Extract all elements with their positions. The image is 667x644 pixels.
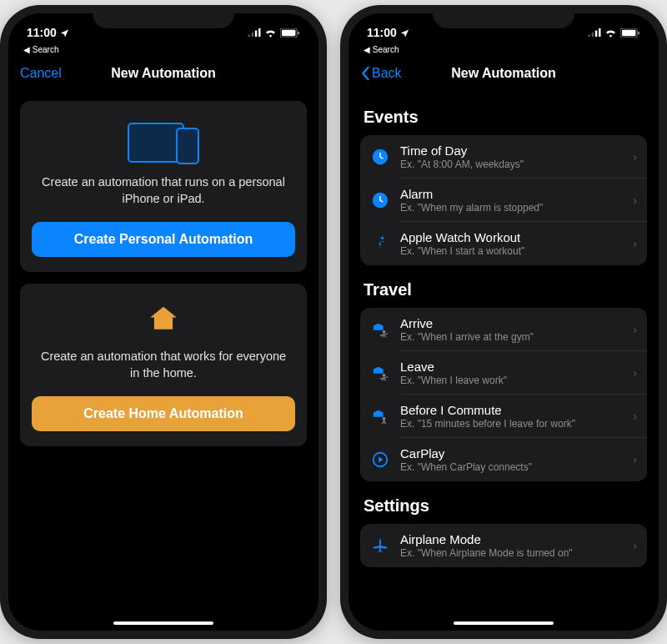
location-icon [60, 28, 69, 38]
breadcrumb-label: Search [373, 45, 399, 54]
row-leave[interactable]: Leave Ex. "When I leave work" › [360, 351, 647, 395]
chevron-right-icon: › [633, 237, 637, 250]
device-frame-left: 11:00 ◀︎ Search [0, 5, 327, 639]
row-arrive[interactable]: Arrive Ex. "When I arrive at the gym" › [360, 308, 647, 351]
chevron-right-icon: › [633, 539, 637, 552]
svg-rect-6 [298, 31, 299, 34]
breadcrumb-label: Search [33, 45, 59, 54]
cellular-icon [588, 28, 601, 37]
alarm-icon [370, 190, 390, 210]
create-home-button[interactable]: Create Home Automation [32, 396, 295, 431]
row-title: CarPlay [400, 446, 623, 460]
svg-rect-3 [258, 28, 261, 37]
chevron-right-icon: › [633, 453, 637, 466]
create-personal-button[interactable]: Create Personal Automation [32, 222, 295, 257]
chevron-left-icon: ◀︎ [364, 45, 370, 54]
back-button[interactable]: Back [360, 66, 402, 81]
row-subtitle: Ex. "When I leave work" [400, 375, 623, 386]
travel-list: Arrive Ex. "When I arrive at the gym" › … [360, 308, 647, 481]
row-airplane[interactable]: Airplane Mode Ex. "When Airplane Mode is… [360, 524, 647, 567]
notch [433, 5, 574, 28]
row-subtitle: Ex. "When CarPlay connects" [400, 461, 623, 473]
row-commute[interactable]: Before I Commute Ex. "15 minutes before … [360, 395, 647, 438]
row-title: Apple Watch Workout [400, 230, 623, 244]
svg-rect-1 [252, 33, 254, 37]
row-title: Airplane Mode [400, 532, 623, 546]
row-subtitle: Ex. "When I start a workout" [400, 245, 623, 257]
svg-rect-10 [599, 28, 601, 37]
commute-icon [370, 406, 390, 426]
svg-rect-2 [255, 31, 258, 38]
section-header-travel: Travel [364, 280, 644, 299]
chevron-right-icon: › [633, 366, 637, 380]
breadcrumb-back[interactable]: ◀︎ Search [8, 45, 318, 54]
notch [93, 5, 234, 28]
svg-point-17 [383, 330, 386, 334]
svg-rect-13 [638, 31, 639, 34]
breadcrumb-back[interactable]: ◀︎ Search [349, 45, 659, 54]
personal-automation-card: Create an automation that runs on a pers… [20, 101, 307, 272]
row-subtitle: Ex. "15 minutes before I leave for work" [400, 418, 623, 430]
row-subtitle: Ex. "When Airplane Mode is turned on" [400, 547, 623, 559]
section-header-events: Events [364, 108, 644, 127]
home-automation-card: Create an automation that works for ever… [20, 284, 307, 446]
row-time-of-day[interactable]: Time of Day Ex. "At 8:00 AM, weekdays" › [360, 135, 647, 179]
device-frame-right: 11:00 ◀︎ Search [340, 5, 667, 639]
leave-icon [370, 363, 390, 383]
battery-icon [620, 28, 640, 38]
cancel-button[interactable]: Cancel [20, 66, 62, 81]
create-personal-label: Create Personal Automation [74, 232, 253, 246]
settings-list: Airplane Mode Ex. "When Airplane Mode is… [360, 524, 647, 567]
wifi-icon [264, 28, 277, 38]
devices-icon [32, 123, 295, 163]
chevron-left-icon: ◀︎ [23, 45, 30, 54]
home-indicator[interactable] [454, 621, 554, 625]
status-time: 11:00 [27, 26, 57, 39]
location-icon [400, 28, 409, 38]
wifi-icon [604, 28, 617, 38]
row-title: Time of Day [400, 143, 623, 158]
chevron-right-icon: › [633, 410, 637, 423]
home-indicator[interactable] [113, 621, 213, 625]
events-list: Time of Day Ex. "At 8:00 AM, weekdays" ›… [360, 135, 647, 265]
svg-rect-12 [622, 29, 636, 35]
svg-rect-7 [589, 35, 591, 38]
row-subtitle: Ex. "When my alarm is stopped" [400, 202, 623, 214]
arrive-icon [370, 319, 390, 340]
chevron-right-icon: › [633, 194, 637, 207]
row-title: Alarm [400, 187, 623, 201]
row-title: Before I Commute [400, 403, 623, 417]
nav-bar: Cancel New Automation [8, 54, 318, 93]
row-carplay[interactable]: CarPlay Ex. "When CarPlay connects" › [360, 438, 647, 481]
svg-point-19 [383, 417, 386, 420]
screen-left: 11:00 ◀︎ Search [8, 13, 318, 631]
airplane-icon [370, 536, 390, 556]
running-icon [370, 234, 390, 254]
clock-icon [370, 147, 390, 167]
svg-rect-9 [595, 31, 598, 38]
row-title: Leave [400, 360, 623, 374]
svg-rect-0 [248, 35, 251, 38]
nav-bar: Back New Automation [349, 54, 659, 93]
svg-point-18 [383, 374, 386, 377]
chevron-right-icon: › [633, 323, 637, 336]
back-label: Back [372, 66, 402, 81]
row-subtitle: Ex. "When I arrive at the gym" [400, 331, 623, 343]
row-title: Arrive [400, 316, 623, 330]
home-description: Create an automation that works for ever… [37, 349, 290, 381]
svg-rect-5 [282, 29, 296, 35]
cellular-icon [248, 28, 261, 37]
chevron-right-icon: › [633, 150, 637, 164]
chevron-left-icon [360, 66, 370, 81]
svg-point-16 [381, 237, 384, 239]
row-alarm[interactable]: Alarm Ex. "When my alarm is stopped" › [360, 179, 647, 222]
cancel-label: Cancel [20, 66, 62, 81]
row-subtitle: Ex. "At 8:00 AM, weekdays" [400, 158, 623, 170]
row-workout[interactable]: Apple Watch Workout Ex. "When I start a … [360, 222, 647, 265]
battery-icon [280, 28, 300, 38]
svg-rect-8 [592, 33, 594, 37]
carplay-icon [370, 450, 390, 470]
section-header-settings: Settings [364, 496, 644, 516]
personal-description: Create an automation that runs on a pers… [37, 174, 290, 207]
create-home-label: Create Home Automation [83, 406, 243, 420]
